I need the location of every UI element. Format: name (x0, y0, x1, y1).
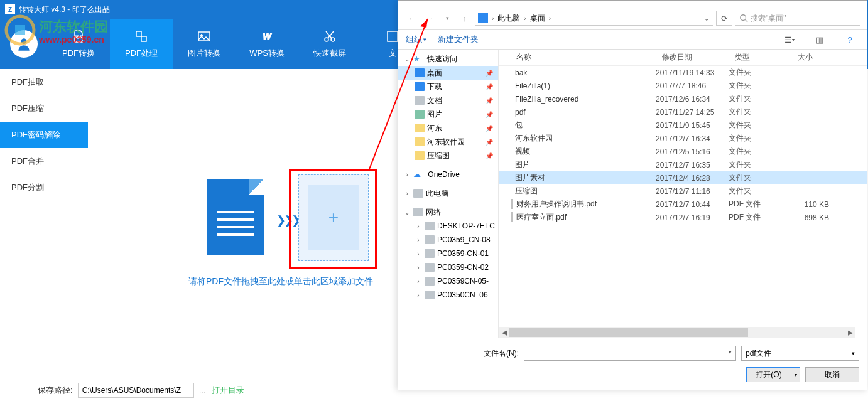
svg-point-4 (21, 38, 26, 44)
col-date[interactable]: 修改日期 (656, 52, 729, 63)
folder-icon (415, 124, 425, 132)
sidebar-split[interactable]: PDF分割 (0, 174, 88, 201)
cancel-button[interactable]: 取消 (805, 367, 859, 382)
file-row[interactable]: 图片素材2017/12/4 16:28文件夹 (499, 171, 867, 184)
up-button[interactable]: ↑ (457, 11, 472, 26)
nav-item[interactable]: ›PC0359-CN-02 (398, 260, 498, 274)
nav-item[interactable]: 河东软件园📌 (398, 135, 498, 149)
folder-icon (415, 151, 425, 160)
file-type: 文件夹 (729, 80, 791, 91)
folder-icon (415, 82, 425, 91)
folder-icon (415, 110, 425, 119)
file-row[interactable]: 财务用户操作说明书.pdf2017/12/7 10:44PDF 文件110 KB (499, 198, 867, 211)
recent-dropdown[interactable]: ▾ (440, 11, 455, 26)
file-name: 河东软件园 (515, 134, 553, 142)
file-row[interactable]: pdf2017/11/27 14:25文件夹 (499, 105, 867, 119)
pin-icon: 📌 (486, 97, 493, 104)
file-name: 图片 (515, 160, 530, 169)
network[interactable]: ⌄网络 (398, 205, 498, 219)
filter-select[interactable]: pdf文件▾ (741, 346, 859, 361)
onedrive[interactable]: ›☁ OneDrive (398, 168, 498, 181)
nav-item[interactable]: ›PC0359-CN-01 (398, 247, 498, 260)
refresh-button[interactable]: ⟳ (716, 11, 732, 26)
save-path-input[interactable] (78, 383, 194, 398)
sidebar-decrypt[interactable]: PDF密码解除 (0, 122, 88, 148)
col-size[interactable]: 大小 (791, 52, 835, 63)
nav-item[interactable]: 文档📌 (398, 93, 498, 107)
svg-rect-6 (136, 31, 141, 36)
file-name: FileZilla(1) (515, 82, 550, 90)
pc-icon (425, 222, 435, 230)
nav-item[interactable]: ›PC0359CN-05- (398, 274, 498, 288)
file-name: 视频 (515, 147, 530, 156)
col-type[interactable]: 类型 (729, 52, 791, 63)
nav-label: 图片转换 (188, 48, 220, 59)
chevron-down-icon[interactable]: ▾ (791, 368, 800, 382)
nav-item[interactable]: 压缩图📌 (398, 149, 498, 163)
col-name[interactable]: 名称 (499, 52, 656, 63)
open-button[interactable]: 打开(O)▾ (746, 367, 800, 382)
file-row[interactable]: 包2017/11/9 15:45文件夹 (499, 119, 867, 132)
nav-item-label: PC0359_CN-08 (437, 235, 491, 244)
file-row[interactable]: bak2017/11/19 14:33文件夹 (499, 66, 867, 79)
user-avatar[interactable] (0, 19, 47, 69)
chevron-right-icon: › (491, 15, 495, 22)
file-type: 文件夹 (729, 67, 791, 78)
quick-access[interactable]: ⌄★ 快速访问 (398, 52, 498, 66)
sidebar-extract[interactable]: PDF抽取 (0, 69, 88, 95)
scroll-left-icon[interactable]: ◂ (499, 327, 509, 338)
horizontal-scrollbar[interactable]: ◂ ▸ (499, 327, 855, 338)
open-dir-link[interactable]: 打开目录 (212, 385, 244, 396)
scroll-right-icon[interactable]: ▸ (845, 327, 855, 338)
file-row[interactable]: 图片2017/12/7 16:35文件夹 (499, 158, 867, 171)
organize-button[interactable]: 组织▾ (406, 34, 426, 45)
svg-point-16 (741, 15, 746, 21)
search-input[interactable]: 搜索"桌面" (735, 11, 860, 26)
help-button[interactable]: ? (840, 33, 859, 46)
chevron-down-icon[interactable]: ▾ (729, 349, 732, 355)
view-mode-button[interactable]: ☰▾ (780, 33, 799, 46)
path-box[interactable]: › 此电脑 › 桌面 › ⌄ (475, 11, 713, 26)
back-button[interactable]: ← (404, 11, 420, 26)
file-row[interactable]: 河东软件园2017/12/7 16:34文件夹 (499, 132, 867, 145)
file-row[interactable]: 压缩图2017/12/7 11:16文件夹 (499, 184, 867, 198)
folder-icon (478, 13, 488, 23)
nav-item[interactable]: ›PC0359_CN-08 (398, 233, 498, 247)
chevron-right-icon: › (548, 15, 552, 22)
nav-item[interactable]: ›DESKTOP-7ETC (398, 219, 498, 233)
nav-label: WPS转换 (249, 48, 285, 59)
annotation-red-box (289, 169, 377, 269)
nav-item[interactable]: ›PC0350CN_06 (398, 288, 498, 302)
nav-wps-convert[interactable]: W WPS转换 (236, 19, 298, 69)
nav-item-label: DESKTOP-7ETC (437, 222, 495, 230)
file-name: FileZilla_recovered (515, 95, 578, 104)
file-row[interactable]: 医疗室立面.pdf2017/12/7 16:19PDF 文件698 KB (499, 211, 867, 224)
preview-pane-button[interactable]: ▥ (810, 33, 829, 46)
nav-img-convert[interactable]: 图片转换 (173, 19, 236, 69)
new-folder-button[interactable]: 新建文件夹 (438, 34, 479, 45)
browse-button[interactable]: ... (199, 386, 206, 395)
file-row[interactable]: FileZilla_recovered2017/12/6 16:34文件夹 (499, 92, 867, 105)
nav-item[interactable]: 河东📌 (398, 121, 498, 135)
file-type: 文件夹 (729, 120, 791, 131)
file-row[interactable]: 视频2017/12/5 15:16文件夹 (499, 145, 867, 158)
scrollbar-thumb[interactable] (509, 328, 748, 337)
filename-input[interactable]: ▾ (524, 346, 736, 361)
nav-item-label: PC0359-CN-02 (437, 263, 489, 272)
nav-pdf-process[interactable]: PDF处理 (110, 19, 173, 69)
path-segment[interactable]: 此电脑 (497, 13, 520, 24)
nav-pdf-convert[interactable]: PDF PDF转换 (47, 19, 110, 69)
nav-item[interactable]: 图片📌 (398, 107, 498, 121)
path-segment[interactable]: 桌面 (530, 13, 545, 24)
nav-snip[interactable]: 快速截屏 (298, 19, 361, 69)
nav-item[interactable]: 下载📌 (398, 80, 498, 93)
this-pc[interactable]: ›此电脑 (398, 186, 498, 200)
file-row[interactable]: FileZilla(1)2017/7/7 18:46文件夹 (499, 79, 867, 92)
filename-label: 文件名(N): (406, 348, 519, 359)
nav-item[interactable]: 桌面📌 (398, 66, 498, 80)
folder-icon (415, 96, 425, 105)
chevron-down-icon[interactable]: ⌄ (703, 15, 710, 22)
sidebar-compress[interactable]: PDF压缩 (0, 95, 88, 122)
forward-button[interactable]: → (422, 11, 437, 26)
sidebar-merge[interactable]: PDF合并 (0, 148, 88, 174)
